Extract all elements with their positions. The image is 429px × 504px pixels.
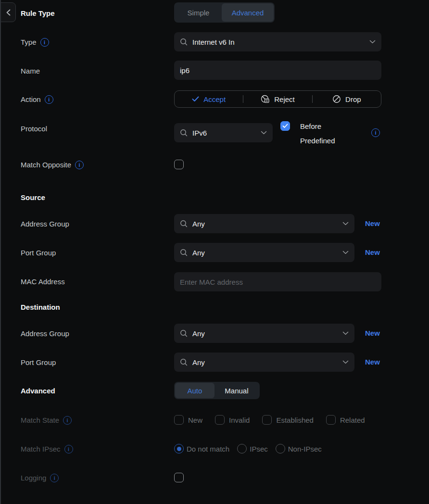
match-state-options: New Invalid Established Related [174, 415, 365, 425]
destination-section-header: Destination [21, 303, 60, 312]
source-address-group-label: Address Group [21, 220, 69, 228]
chevron-down-icon [342, 222, 349, 226]
match-ipsec-options: Do not match IPsec Non-IPsec [174, 444, 322, 454]
mac-address-label: MAC Address [21, 277, 65, 286]
source-port-group-value: Any [192, 249, 338, 257]
match-opposite-checkbox[interactable] [174, 160, 184, 169]
page-title: Rule Type [21, 9, 55, 18]
type-value: Internet v6 In [192, 38, 365, 46]
match-state-label: Match State [21, 416, 72, 425]
checkbox[interactable] [174, 415, 184, 425]
name-label: Name [21, 67, 40, 76]
search-icon [180, 220, 188, 227]
search-icon [180, 358, 188, 366]
logging-label: Logging [21, 474, 59, 482]
firewall-rule-form: Rule Type Simple Advanced Type Internet … [0, 0, 429, 504]
rule-type-advanced-option[interactable]: Advanced [222, 3, 274, 22]
type-dropdown[interactable]: Internet v6 In [174, 32, 381, 51]
chevron-down-icon [342, 251, 349, 254]
action-info-icon[interactable] [45, 95, 53, 104]
logging-info-icon[interactable] [50, 474, 59, 482]
action-drop-option[interactable]: Drop [313, 91, 381, 107]
match-ipsec-option-do-not-match[interactable]: Do not match [174, 444, 229, 454]
reject-icon [261, 95, 270, 103]
advanced-toggle: Auto Manual [174, 382, 260, 399]
protocol-value: IPv6 [192, 129, 256, 137]
source-address-group-new-link[interactable]: New [365, 219, 380, 227]
chevron-down-icon [261, 131, 267, 135]
checkbox[interactable] [215, 415, 225, 425]
type-info-icon[interactable] [40, 38, 49, 47]
check-icon [192, 96, 199, 102]
search-icon [180, 249, 188, 256]
chevron-left-icon [6, 9, 11, 16]
destination-port-group-label: Port Group [21, 358, 56, 367]
chevron-down-icon [342, 331, 349, 335]
advanced-section-header: Advanced [21, 387, 55, 395]
source-port-group-label: Port Group [21, 249, 56, 257]
destination-address-group-new-link[interactable]: New [365, 329, 380, 337]
chevron-down-icon [342, 360, 349, 364]
drop-icon [332, 95, 341, 103]
action-control: Accept Reject Drop [174, 90, 381, 108]
source-port-group-dropdown[interactable]: Any [174, 243, 354, 262]
protocol-dropdown[interactable]: IPv6 [174, 123, 273, 142]
protocol-label: Protocol [21, 125, 47, 133]
search-icon [180, 129, 188, 137]
destination-address-group-label: Address Group [21, 329, 69, 338]
advanced-manual-option[interactable]: Manual [214, 383, 259, 398]
advanced-auto-option[interactable]: Auto [175, 383, 214, 398]
source-port-group-new-link[interactable]: New [365, 248, 380, 256]
rule-type-toggle: Simple Advanced [174, 2, 275, 23]
match-ipsec-info-icon[interactable] [64, 445, 73, 454]
match-state-option-related[interactable]: Related [326, 415, 365, 425]
match-ipsec-option-ipsec[interactable]: IPsec [237, 444, 268, 454]
mac-address-input[interactable] [180, 278, 376, 286]
before-predefined-checkbox[interactable] [280, 121, 290, 131]
rule-type-simple-option[interactable]: Simple [175, 3, 222, 22]
search-icon [180, 38, 188, 46]
radio-button[interactable] [276, 444, 285, 454]
match-state-option-invalid[interactable]: Invalid [215, 415, 250, 425]
match-state-option-new[interactable]: New [174, 415, 202, 425]
match-ipsec-label: Match IPsec [21, 445, 73, 454]
before-predefined-label[interactable]: Before Predefined [300, 119, 350, 148]
checkbox[interactable] [262, 415, 272, 425]
chevron-down-icon [369, 40, 376, 44]
search-icon [180, 329, 188, 337]
radio-button[interactable] [237, 444, 247, 454]
before-predefined-info-icon[interactable] [371, 128, 380, 137]
source-address-group-value: Any [192, 220, 338, 228]
match-state-option-established[interactable]: Established [262, 415, 314, 425]
name-input[interactable] [180, 66, 376, 75]
action-label: Action [21, 95, 53, 104]
match-state-info-icon[interactable] [63, 416, 72, 425]
destination-port-group-new-link[interactable]: New [365, 358, 380, 366]
destination-address-group-value: Any [192, 329, 338, 338]
logging-checkbox[interactable] [174, 473, 184, 482]
source-section-header: Source [21, 193, 45, 202]
destination-port-group-dropdown[interactable]: Any [174, 353, 354, 372]
checkbox[interactable] [326, 415, 336, 425]
mac-address-field-wrapper [174, 272, 381, 291]
match-opposite-label: Match Opposite [21, 161, 84, 169]
destination-port-group-value: Any [192, 358, 338, 366]
action-reject-option[interactable]: Reject [243, 91, 312, 107]
back-button[interactable] [0, 2, 16, 22]
match-ipsec-option-non-ipsec[interactable]: Non-IPsec [276, 444, 322, 454]
check-icon [282, 124, 288, 128]
type-label: Type [21, 38, 49, 47]
name-field-wrapper [174, 61, 381, 80]
action-accept-option[interactable]: Accept [175, 91, 243, 107]
match-opposite-info-icon[interactable] [75, 161, 84, 169]
destination-address-group-dropdown[interactable]: Any [174, 324, 354, 343]
source-address-group-dropdown[interactable]: Any [174, 214, 354, 233]
radio-button[interactable] [174, 444, 184, 454]
